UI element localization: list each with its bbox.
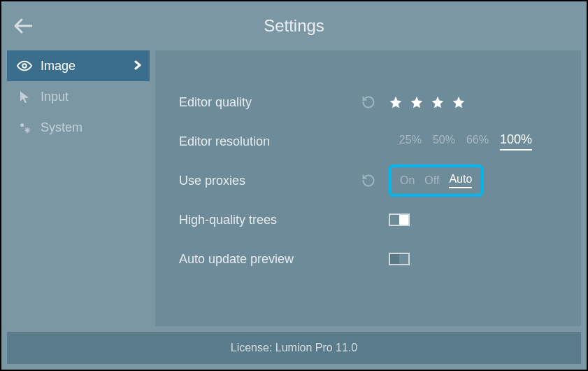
auto-update-label: Auto update preview xyxy=(179,252,361,267)
sidebar-item-system[interactable]: System xyxy=(7,112,150,143)
svg-point-1 xyxy=(20,123,24,127)
row-use-proxies: Use proxies On Off Auto xyxy=(179,161,539,200)
row-editor-resolution: Editor resolution 25% 50% 66% 100% xyxy=(179,122,539,161)
body: Image Input System Editor qualit xyxy=(1,50,587,326)
settings-panel: Editor quality Editor resolution xyxy=(155,50,581,326)
editor-quality-label: Editor quality xyxy=(179,95,361,110)
proxy-option-off[interactable]: Off xyxy=(424,174,439,187)
svg-point-0 xyxy=(22,64,27,68)
footer: License: Lumion Pro 11.0 xyxy=(7,332,581,364)
page-title: Settings xyxy=(1,16,587,36)
back-button[interactable] xyxy=(14,18,32,36)
hq-trees-label: High-quality trees xyxy=(179,213,361,227)
auto-update-toggle[interactable] xyxy=(389,253,410,265)
resolution-option-66[interactable]: 66% xyxy=(466,134,489,146)
license-text: License: Lumion Pro 11.0 xyxy=(231,342,357,354)
editor-quality-stars xyxy=(389,95,466,109)
cursor-icon xyxy=(17,89,32,104)
use-proxies-options: On Off Auto xyxy=(389,164,483,197)
sidebar-item-image[interactable]: Image xyxy=(7,50,150,81)
star-4[interactable] xyxy=(452,95,466,109)
resolution-option-25[interactable]: 25% xyxy=(399,134,422,146)
row-hq-trees: High-quality trees xyxy=(179,200,539,239)
sidebar: Image Input System xyxy=(7,50,150,326)
editor-resolution-label: Editor resolution xyxy=(179,134,361,149)
sidebar-item-label: System xyxy=(41,120,83,135)
svg-point-2 xyxy=(26,129,29,132)
reset-editor-quality-button[interactable] xyxy=(361,94,376,110)
hq-trees-toggle[interactable] xyxy=(389,214,410,226)
chevron-right-icon xyxy=(134,59,141,74)
sidebar-item-label: Input xyxy=(41,90,69,104)
sidebar-item-input[interactable]: Input xyxy=(7,81,150,112)
back-arrow-icon xyxy=(14,18,32,34)
row-editor-quality: Editor quality xyxy=(179,83,539,122)
star-2[interactable] xyxy=(410,95,424,109)
row-auto-update: Auto update preview xyxy=(179,239,539,279)
use-proxies-label: Use proxies xyxy=(179,174,361,188)
toggle-knob xyxy=(399,215,408,225)
resolution-option-100[interactable]: 100% xyxy=(500,132,532,150)
eye-icon xyxy=(17,58,32,74)
gears-icon xyxy=(17,120,32,135)
reset-use-proxies-button[interactable] xyxy=(361,173,376,188)
proxy-option-on[interactable]: On xyxy=(400,174,415,187)
resolution-option-50[interactable]: 50% xyxy=(433,134,455,146)
toggle-knob xyxy=(390,254,399,264)
sidebar-item-label: Image xyxy=(41,59,76,74)
header: Settings xyxy=(1,1,587,50)
undo-icon xyxy=(361,174,375,188)
undo-icon xyxy=(361,95,375,109)
settings-window: Settings Image Input xyxy=(1,1,587,370)
editor-resolution-options: 25% 50% 66% 100% xyxy=(399,132,532,150)
star-1[interactable] xyxy=(389,95,403,109)
star-3[interactable] xyxy=(431,95,445,109)
proxy-option-auto[interactable]: Auto xyxy=(449,173,472,188)
